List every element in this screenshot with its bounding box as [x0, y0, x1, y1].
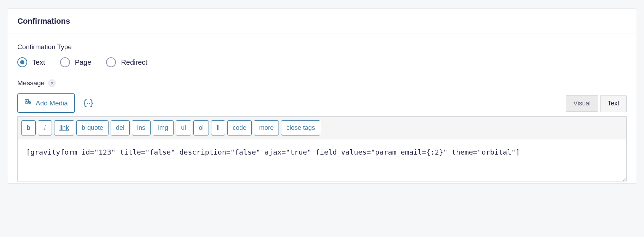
confirmation-type-label: Confirmation Type: [17, 43, 627, 51]
radio-label-text: Text: [32, 58, 45, 67]
message-textarea[interactable]: [17, 139, 627, 181]
add-media-label: Add Media: [36, 99, 68, 107]
panel-header: Confirmations: [7, 9, 637, 34]
message-label-row: Message ?: [17, 79, 627, 87]
qt-code-button[interactable]: code: [227, 120, 252, 135]
radio-option-text[interactable]: Text: [17, 57, 45, 67]
svg-point-3: [89, 103, 90, 104]
qt-italic-button[interactable]: i: [38, 120, 52, 135]
help-icon[interactable]: ?: [48, 79, 56, 87]
radio-circle-icon: [17, 57, 27, 67]
qt-bold-button[interactable]: b: [21, 120, 36, 135]
quicktags-toolbar: b i link b-quote del ins img ul ol li co…: [17, 116, 627, 139]
radio-circle-icon: [60, 57, 70, 67]
confirmation-type-radiogroup: Text Page Redirect: [17, 57, 627, 67]
panel-title: Confirmations: [17, 17, 627, 26]
panel-body: Confirmation Type Text Page Redirect Mes…: [7, 34, 637, 183]
radio-label-redirect: Redirect: [121, 58, 147, 67]
qt-li-button[interactable]: li: [211, 120, 225, 135]
qt-link-button[interactable]: link: [54, 120, 74, 135]
qt-ins-button[interactable]: ins: [132, 120, 151, 135]
editor-top-row: Add Media Visual Text: [17, 93, 627, 113]
add-media-button[interactable]: Add Media: [17, 93, 75, 113]
radio-label-page: Page: [75, 58, 92, 67]
qt-ul-button[interactable]: ul: [176, 120, 191, 135]
svg-point-2: [87, 103, 88, 104]
editor-mode-tabs: Visual Text: [564, 95, 627, 111]
message-label: Message: [17, 79, 45, 87]
qt-img-button[interactable]: img: [153, 120, 174, 135]
qt-ol-button[interactable]: ol: [193, 120, 209, 135]
radio-dot-icon: [20, 60, 24, 64]
tab-text[interactable]: Text: [600, 95, 627, 112]
qt-blockquote-button[interactable]: b-quote: [76, 120, 109, 135]
qt-more-button[interactable]: more: [254, 120, 279, 135]
merge-tag-button[interactable]: [82, 97, 95, 110]
radio-option-redirect[interactable]: Redirect: [106, 57, 147, 67]
tab-visual[interactable]: Visual: [566, 95, 598, 112]
radio-option-page[interactable]: Page: [60, 57, 92, 67]
radio-circle-icon: [106, 57, 116, 67]
confirmations-panel: Confirmations Confirmation Type Text Pag…: [7, 8, 637, 184]
qt-closetags-button[interactable]: close tags: [281, 120, 320, 135]
qt-del-button[interactable]: del: [111, 120, 130, 135]
media-icon: [24, 98, 32, 108]
editor-top-left: Add Media: [17, 93, 95, 113]
